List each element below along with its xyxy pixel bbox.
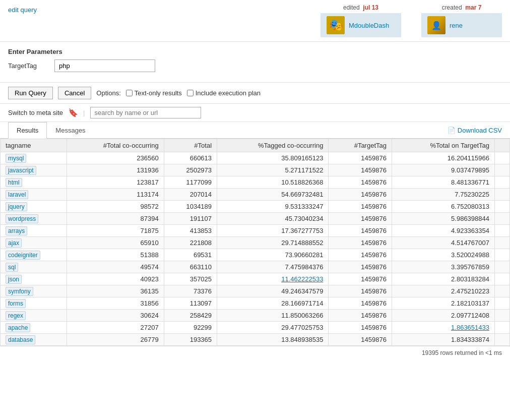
created-avatar: 👤 xyxy=(427,16,445,34)
tag-link[interactable]: apache xyxy=(6,323,30,332)
total-cooccurring-cell: 131936 xyxy=(67,164,164,176)
pct-total-cell: 5.986398844 xyxy=(392,213,494,225)
edited-user-body: 🎭 MdoubleDash xyxy=(321,13,401,37)
target-tag-cell: 1459876 xyxy=(329,297,392,310)
pct-total-cell: 8.481336771 xyxy=(392,176,494,189)
tag-link[interactable]: javascript xyxy=(6,166,36,175)
target-tag-cell: 1459876 xyxy=(329,164,392,176)
table-row: database2677919336513.84893853514598761.… xyxy=(1,334,510,346)
pct-total-cell: 3.395767859 xyxy=(392,261,494,273)
pct-total-cell: 7.75230225 xyxy=(392,189,494,201)
target-tag-cell: 1459876 xyxy=(329,176,392,189)
total-cell: 413853 xyxy=(164,225,217,237)
pct-total-cell: 2.097712408 xyxy=(392,310,494,322)
exec-plan-checkbox-group[interactable]: Include execution plan xyxy=(187,89,261,97)
run-query-button[interactable]: Run Query xyxy=(8,87,53,99)
options-label: Options: xyxy=(96,89,120,97)
tag-link[interactable]: laravel xyxy=(6,190,28,199)
pct-tagged-cell: 29.477025753 xyxy=(217,322,329,334)
target-tag-cell: 1459876 xyxy=(329,285,392,297)
empty-cell xyxy=(495,213,510,225)
table-row: ajax6591022180829.71488855214598764.5147… xyxy=(1,237,510,249)
table-row: sql495746631107.47598437614598763.395767… xyxy=(1,261,510,273)
page: edit query edited jul 13 🎭 MdoubleDash xyxy=(0,0,510,420)
table-row: laravel11317420701454.66973248114598767.… xyxy=(1,189,510,201)
edited-user-card: edited jul 13 🎭 MdoubleDash xyxy=(321,4,401,37)
tag-link[interactable]: html xyxy=(6,178,22,187)
pct-tagged-cell: 5.271171522 xyxy=(217,164,329,176)
cancel-button[interactable]: Cancel xyxy=(58,87,91,99)
tabs-bar: Results Messages 📄 Download CSV xyxy=(0,122,510,139)
tag-link[interactable]: codeigniter xyxy=(6,251,40,260)
pct-link[interactable]: 11.462222533 xyxy=(281,275,323,283)
empty-cell xyxy=(495,310,510,322)
tag-link[interactable]: json xyxy=(6,275,22,284)
mud-icon: 🎭 xyxy=(329,19,343,32)
target-tag-input[interactable] xyxy=(54,59,155,72)
col-pct-total: %Total on TargetTag xyxy=(392,139,494,152)
tag-link[interactable]: mysql xyxy=(6,154,26,163)
empty-cell xyxy=(495,322,510,334)
pct-tagged-cell: 45.73040234 xyxy=(217,213,329,225)
meta-icon: 🔖 xyxy=(68,108,78,117)
pct-total-cell: 4.514767007 xyxy=(392,237,494,249)
pct-tagged-cell: 10.518826368 xyxy=(217,176,329,189)
edited-username[interactable]: MdoubleDash xyxy=(349,22,389,29)
empty-cell xyxy=(495,176,510,189)
table-row: regex3062425842911.85006326614598762.097… xyxy=(1,310,510,322)
total-cell: 357025 xyxy=(164,273,217,285)
tab-results[interactable]: Results xyxy=(8,122,47,139)
total-cooccurring-cell: 36135 xyxy=(67,285,164,297)
total-cooccurring-cell: 51388 xyxy=(67,249,164,261)
table-row: apache272079229929.47702575314598761.863… xyxy=(1,322,510,334)
download-icon: 📄 xyxy=(448,127,456,134)
exec-plan-checkbox[interactable] xyxy=(187,90,194,96)
text-only-checkbox-group[interactable]: Text-only results xyxy=(126,89,182,97)
total-cell: 2502973 xyxy=(164,164,217,176)
empty-cell xyxy=(495,249,510,261)
edit-query-link[interactable]: edit query xyxy=(8,6,37,14)
total-cooccurring-cell: 113174 xyxy=(67,189,164,201)
tag-link[interactable]: wordpress xyxy=(6,214,38,223)
tab-messages[interactable]: Messages xyxy=(47,122,94,138)
pct-total-cell: 2.182103137 xyxy=(392,297,494,310)
param-row: TargetTag xyxy=(8,59,502,72)
tag-link[interactable]: ajax xyxy=(6,238,22,248)
col-target-tag: #TargetTag xyxy=(329,139,392,152)
total-cooccurring-cell: 236560 xyxy=(67,152,164,164)
table-row: arrays7187541385317.36727775314598764.92… xyxy=(1,225,510,237)
pct-total-cell: 1.834333874 xyxy=(392,334,494,346)
table-row: javascript13193625029735.271171522145987… xyxy=(1,164,510,176)
table-header-row: tagname #Total co-occurring #Total %Tagg… xyxy=(1,139,510,152)
table-row: json4092335702511.46222253314598762.8031… xyxy=(1,273,510,285)
col-tagname: tagname xyxy=(1,139,67,152)
total-cooccurring-cell: 31856 xyxy=(67,297,164,310)
table-row: mysql23656066061335.809165123145987616.2… xyxy=(1,152,510,164)
total-cell: 1177099 xyxy=(164,176,217,189)
text-only-checkbox[interactable] xyxy=(126,90,133,96)
pct-total-cell: 2.475210223 xyxy=(392,285,494,297)
edited-label: edited xyxy=(343,4,360,11)
total-cell: 221808 xyxy=(164,237,217,249)
pct-total-link[interactable]: 1.863651433 xyxy=(451,324,489,331)
tag-link[interactable]: regex xyxy=(6,311,26,320)
table-row: jquery9857210341899.53133324714598766.75… xyxy=(1,201,510,213)
tag-link[interactable]: forms xyxy=(6,299,26,308)
status-text: 19395 rows returned in <1 ms xyxy=(422,349,502,356)
tag-link[interactable]: jquery xyxy=(6,202,27,211)
empty-cell xyxy=(495,285,510,297)
total-cell: 193365 xyxy=(164,334,217,346)
empty-cell xyxy=(495,164,510,176)
created-label: created xyxy=(442,4,462,11)
empty-cell xyxy=(495,225,510,237)
pct-tagged-cell: 35.809165123 xyxy=(217,152,329,164)
site-search-input[interactable] xyxy=(90,107,201,118)
params-title: Enter Parameters xyxy=(8,48,502,55)
tag-link[interactable]: database xyxy=(6,335,35,344)
download-csv-link[interactable]: 📄 Download CSV xyxy=(448,127,502,134)
target-tag-cell: 1459876 xyxy=(329,189,392,201)
tag-link[interactable]: sql xyxy=(6,263,18,272)
tag-link[interactable]: arrays xyxy=(6,226,27,235)
tag-link[interactable]: symfony xyxy=(6,287,33,296)
created-username[interactable]: rene xyxy=(450,22,463,29)
